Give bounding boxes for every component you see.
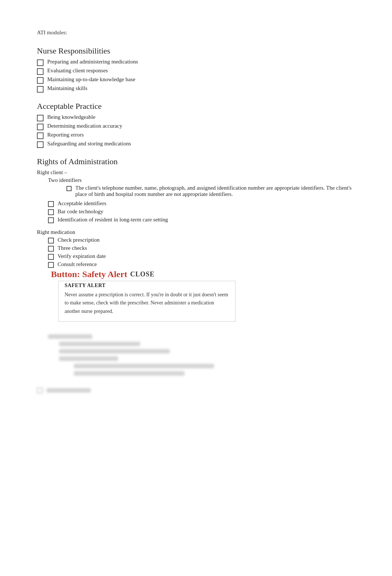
bullet-icon (37, 77, 44, 84)
bullet-icon (48, 209, 54, 215)
right-client-sub-list: Two identifiers The client's telephone n… (37, 177, 355, 225)
right-client-label: Right client – (37, 169, 67, 176)
check-prescription-label: Check prescription (58, 237, 235, 243)
two-identifiers-item: Two identifiers The client's telephone n… (48, 177, 355, 199)
page-label: ATI modules: (37, 30, 355, 36)
list-item-text: Being knowledgeable (47, 114, 355, 120)
acceptable-practice-list: Being knowledgeable Determining medicati… (37, 114, 355, 148)
rights-of-administration-title: Rights of Administration (37, 157, 355, 166)
list-item: Preparing and administering medications (37, 59, 355, 66)
acceptable-identifiers-item: Acceptable identifiers (48, 200, 355, 207)
bar-code-label: Bar code technology (58, 208, 355, 215)
safety-alert-text: Never assume a prescription is correct. … (65, 291, 229, 315)
list-item-text: Evaluating client responses (47, 68, 355, 74)
identifiers-detail-text: The client's telephone number, name, pho… (75, 185, 355, 197)
three-checks-label: Three checks (58, 245, 235, 251)
list-item-text: Determining medication accuracy (47, 123, 355, 129)
bullet-icon (48, 254, 54, 260)
list-item: Maintaining skills (37, 85, 355, 93)
safety-alert-body: SAFETY ALERT Never assume a prescription… (59, 281, 235, 321)
three-checks-item: Three checks (48, 245, 235, 252)
acceptable-identifiers-label: Acceptable identifiers (58, 200, 355, 207)
list-item: Evaluating client responses (37, 68, 355, 75)
bullet-icon (66, 186, 72, 191)
list-item: Determining medication accuracy (37, 123, 355, 130)
resident-id-item: Identification of resident in long-term … (48, 217, 355, 223)
check-prescription-item: Check prescription (48, 237, 235, 244)
identifiers-detail-item: The client's telephone number, name, pho… (66, 185, 355, 197)
bullet-icon (37, 124, 44, 130)
bullet-icon (37, 141, 44, 148)
bullet-icon (37, 86, 44, 93)
safety-alert-box: SAFETY ALERT Never assume a prescription… (58, 281, 235, 322)
list-item-text: Safeguarding and storing medications (47, 141, 355, 147)
bullet-icon (48, 201, 54, 207)
bullet-icon (37, 59, 44, 66)
list-item-text: Maintaining skills (47, 85, 355, 92)
consult-reference-item: Consult reference (48, 261, 235, 268)
list-item-text: Reporting errors (47, 132, 355, 138)
blurred-right-dose (37, 387, 91, 393)
bullet-icon (37, 68, 44, 75)
identifiers-detail-list: The client's telephone number, name, pho… (48, 185, 355, 199)
list-item-text: Preparing and administering medications (47, 59, 355, 65)
list-item-text: Maintaining up-to-date knowledge base (47, 76, 355, 83)
verify-expiration-item: Verify expiration date (48, 253, 235, 260)
right-medication-label: Right medication (37, 229, 75, 235)
resident-id-label: Identification of resident in long-term … (58, 217, 355, 223)
bar-code-item: Bar code technology (48, 208, 355, 215)
list-item: Maintaining up-to-date knowledge base (37, 76, 355, 84)
consult-reference-label: Consult reference (58, 261, 235, 268)
verify-expiration-label: Verify expiration date (58, 253, 235, 259)
right-medication-item: Right medication Check prescription Thre… (37, 229, 355, 393)
two-identifiers-label: Two identifiers (48, 177, 82, 183)
bullet-icon (48, 262, 54, 268)
nurse-responsibilities-list: Preparing and administering medications … (37, 59, 355, 93)
bullet-icon (48, 246, 54, 252)
rights-main-list: Right client – Two identifiers The clien… (37, 169, 355, 393)
bullet-icon (48, 238, 54, 244)
safety-alert-close-button[interactable]: CLOSE (130, 270, 155, 278)
list-item: Being knowledgeable (37, 114, 355, 121)
bullet-icon (37, 132, 44, 139)
safety-alert-list-item: Button: Safety Alert CLOSE SAFETY ALERT … (48, 269, 235, 325)
blurred-content (37, 334, 192, 379)
safety-alert-title: SAFETY ALERT (65, 283, 229, 289)
bullet-icon (37, 115, 44, 121)
acceptable-practice-title: Acceptable Practice (37, 101, 355, 111)
safety-alert-button[interactable]: Button: Safety Alert (51, 269, 127, 279)
right-medication-sub-list: Check prescription Three checks Verify e… (37, 237, 235, 327)
right-client-item: Right client – Two identifiers The clien… (37, 169, 355, 225)
list-item: Safeguarding and storing medications (37, 141, 355, 148)
nurse-responsibilities-title: Nurse Responsibilities (37, 46, 355, 56)
list-item: Reporting errors (37, 132, 355, 139)
bullet-icon (48, 217, 54, 223)
